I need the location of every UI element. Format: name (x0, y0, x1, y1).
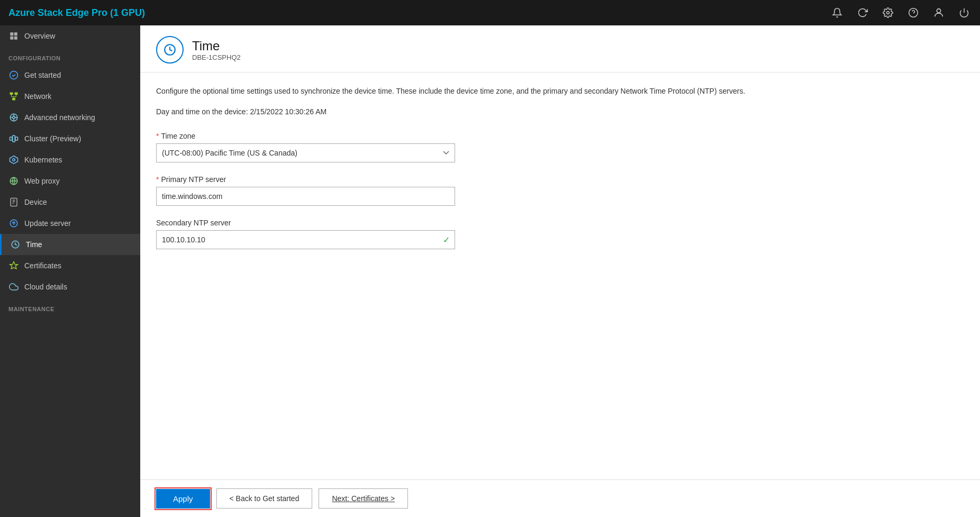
svg-point-3 (937, 9, 940, 13)
sidebar-item-cluster[interactable]: Cluster (Preview) (0, 128, 140, 149)
sidebar-item-web-proxy[interactable]: Web proxy (0, 170, 140, 192)
page-description: Configure the optional time settings use… (156, 85, 791, 97)
sidebar-item-network[interactable]: Network (0, 86, 140, 107)
configuration-section-label: CONFIGURATION (0, 47, 140, 65)
svg-rect-11 (12, 98, 15, 101)
svg-point-26 (13, 159, 15, 161)
topbar-actions (830, 5, 972, 20)
secondary-ntp-input[interactable] (156, 230, 455, 249)
kubernetes-icon (8, 155, 19, 165)
certificates-icon (8, 260, 19, 271)
maintenance-section-label: MAINTENANCE (0, 297, 140, 315)
timezone-label: * Time zone (156, 132, 964, 140)
primary-ntp-required-star: * (156, 175, 159, 184)
content-area: Time DBE-1CSPHQ2 Configure the optional … (140, 25, 980, 517)
sidebar-item-update-server[interactable]: Update server (0, 213, 140, 234)
back-button[interactable]: < Back to Get started (216, 488, 313, 509)
svg-rect-24 (15, 137, 18, 140)
sidebar-item-cloud-details-label: Cloud details (24, 283, 67, 291)
timezone-required-star: * (156, 132, 159, 140)
secondary-ntp-form-group: Secondary NTP server ✓ (156, 219, 964, 249)
sidebar-item-web-proxy-label: Web proxy (24, 177, 60, 185)
bell-icon[interactable] (830, 5, 845, 20)
gear-icon[interactable] (881, 5, 895, 20)
content-footer: Apply < Back to Get started Next: Certif… (140, 479, 980, 517)
sidebar-item-get-started-label: Get started (24, 71, 61, 79)
svg-rect-7 (10, 37, 13, 40)
device-icon (8, 197, 19, 207)
sidebar-item-device[interactable]: Device (0, 192, 140, 213)
secondary-ntp-checkmark: ✓ (443, 235, 450, 245)
account-icon[interactable] (931, 5, 946, 20)
topbar: Azure Stack Edge Pro (1 GPU) (0, 0, 980, 25)
content-body: Configure the optional time settings use… (140, 72, 980, 479)
primary-ntp-label: * Primary NTP server (156, 175, 964, 184)
content-header-text: Time DBE-1CSPHQ2 (192, 39, 241, 61)
svg-rect-9 (10, 93, 13, 95)
timezone-form-group: * Time zone (UTC-12:00) International Da… (156, 132, 964, 162)
next-button[interactable]: Next: Certificates > (319, 488, 408, 509)
network-icon (8, 91, 19, 102)
advanced-networking-icon (8, 112, 19, 123)
sidebar-item-kubernetes-label: Kubernetes (24, 156, 62, 164)
sidebar-item-adv-net-label: Advanced networking (24, 113, 95, 122)
time-sidebar-icon (10, 239, 21, 250)
svg-point-16 (13, 116, 15, 119)
web-proxy-icon (8, 176, 19, 186)
svg-rect-6 (14, 32, 17, 35)
svg-point-1 (909, 8, 918, 17)
svg-marker-25 (10, 156, 18, 164)
svg-rect-8 (14, 37, 17, 40)
page-subtitle: DBE-1CSPHQ2 (192, 53, 241, 61)
svg-rect-5 (10, 32, 13, 35)
sidebar-item-time[interactable]: Time (0, 234, 140, 255)
primary-ntp-input[interactable] (156, 187, 455, 206)
svg-rect-22 (10, 137, 13, 140)
update-server-icon (8, 218, 19, 229)
cloud-details-icon (8, 282, 19, 292)
sidebar-item-update-server-label: Update server (24, 219, 71, 228)
svg-rect-10 (15, 93, 18, 95)
get-started-icon (8, 70, 19, 80)
sidebar-item-get-started[interactable]: Get started (0, 65, 140, 86)
sidebar: Overview CONFIGURATION Get started Netwo… (0, 25, 140, 517)
sidebar-item-kubernetes[interactable]: Kubernetes (0, 149, 140, 170)
sidebar-item-overview[interactable]: Overview (0, 25, 140, 47)
timezone-select[interactable]: (UTC-12:00) International Date Line West… (156, 143, 455, 162)
power-icon[interactable] (957, 5, 972, 20)
sidebar-item-advanced-networking[interactable]: Advanced networking (0, 107, 140, 128)
secondary-ntp-input-wrapper: ✓ (156, 230, 455, 249)
sidebar-item-network-label: Network (24, 92, 51, 101)
content-header: Time DBE-1CSPHQ2 (140, 25, 980, 72)
app-title: Azure Stack Edge Pro (1 GPU) (8, 7, 145, 19)
main-layout: Overview CONFIGURATION Get started Netwo… (0, 25, 980, 517)
sidebar-item-overview-label: Overview (24, 32, 55, 40)
refresh-icon[interactable] (855, 5, 870, 20)
apply-button[interactable]: Apply (156, 489, 210, 509)
sidebar-item-cluster-label: Cluster (Preview) (24, 134, 81, 143)
svg-rect-23 (13, 135, 15, 142)
primary-ntp-form-group: * Primary NTP server (156, 175, 964, 206)
device-time: Day and time on the device: 2/15/2022 10… (156, 107, 964, 116)
sidebar-item-device-label: Device (24, 198, 47, 206)
sidebar-item-certificates[interactable]: Certificates (0, 255, 140, 276)
secondary-ntp-label: Secondary NTP server (156, 219, 964, 227)
svg-point-0 (887, 12, 890, 14)
cluster-icon (8, 133, 19, 144)
help-icon[interactable] (906, 5, 921, 20)
sidebar-item-time-label: Time (26, 240, 42, 249)
overview-icon (8, 31, 19, 41)
page-title: Time (192, 39, 241, 53)
page-icon (156, 36, 184, 64)
sidebar-item-cloud-details[interactable]: Cloud details (0, 276, 140, 297)
sidebar-item-certificates-label: Certificates (24, 261, 61, 270)
